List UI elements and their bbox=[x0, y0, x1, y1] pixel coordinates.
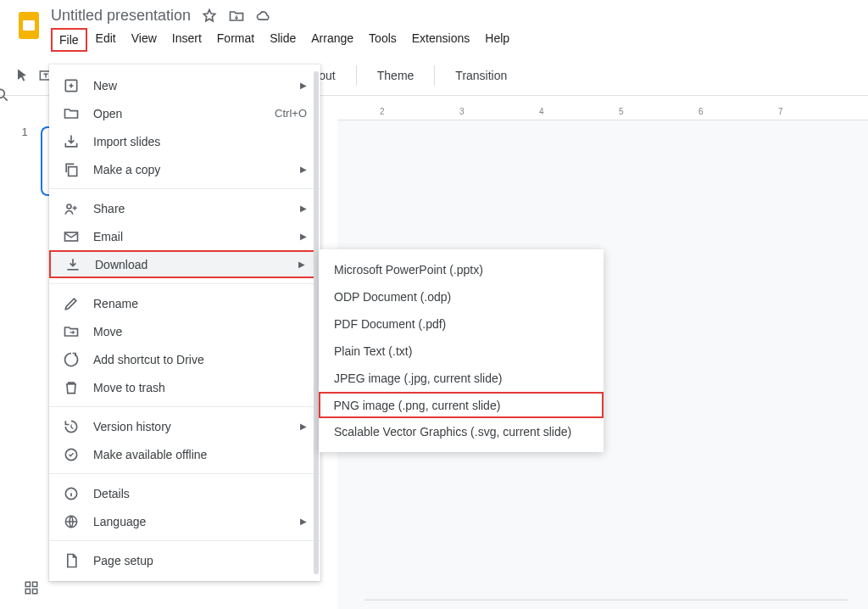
menu-arrange[interactable]: Arrange bbox=[304, 28, 360, 52]
transition-button[interactable]: Transition bbox=[445, 64, 517, 87]
menu-separator bbox=[49, 406, 320, 407]
download-option[interactable]: Plain Text (.txt) bbox=[319, 338, 604, 365]
email-icon bbox=[63, 228, 80, 245]
menu-separator bbox=[49, 283, 320, 284]
share-icon bbox=[63, 200, 80, 217]
file-menu-share[interactable]: Share▶ bbox=[49, 194, 320, 222]
submenu-arrow-icon: ▶ bbox=[298, 260, 305, 269]
slides-logo-icon bbox=[14, 10, 44, 41]
file-menu-email[interactable]: Email▶ bbox=[49, 222, 320, 250]
menu-separator bbox=[49, 188, 320, 189]
download-icon bbox=[64, 256, 81, 273]
import-icon bbox=[63, 133, 80, 150]
ruler-tick: 4 bbox=[539, 107, 544, 116]
submenu-arrow-icon: ▶ bbox=[300, 204, 307, 213]
download-option[interactable]: JPEG image (.jpg, current slide) bbox=[319, 365, 604, 392]
file-menu-move-to-trash[interactable]: Move to trash bbox=[49, 373, 320, 401]
grid-view-icon[interactable] bbox=[24, 580, 39, 595]
file-menu-add-shortcut-to-drive[interactable]: Add shortcut to Drive bbox=[49, 345, 320, 373]
ruler-tick: 5 bbox=[619, 107, 624, 116]
history-icon bbox=[63, 418, 80, 435]
theme-button[interactable]: Theme bbox=[367, 64, 425, 87]
menu-separator bbox=[49, 540, 320, 541]
svg-point-8 bbox=[0, 89, 4, 98]
file-menu-new[interactable]: New▶ bbox=[49, 71, 320, 99]
ruler-tick: 2 bbox=[380, 107, 385, 116]
ruler-tick: 7 bbox=[778, 107, 783, 116]
menu-extensions[interactable]: Extensions bbox=[405, 28, 476, 52]
svg-rect-14 bbox=[69, 166, 77, 176]
svg-rect-10 bbox=[33, 582, 37, 586]
menu-label: Details bbox=[93, 487, 307, 500]
file-menu-details[interactable]: Details bbox=[49, 479, 320, 507]
offline-icon bbox=[63, 446, 80, 463]
file-menu-make-a-copy[interactable]: Make a copy▶ bbox=[49, 155, 320, 183]
file-menu-download[interactable]: Download▶ bbox=[49, 250, 320, 278]
shortcut-icon bbox=[63, 351, 80, 368]
rename-icon bbox=[63, 295, 80, 312]
submenu-arrow-icon: ▶ bbox=[300, 422, 307, 431]
menu-file[interactable]: File bbox=[51, 28, 87, 52]
toolbar-separator bbox=[434, 65, 435, 86]
submenu-arrow-icon: ▶ bbox=[300, 81, 307, 90]
svg-rect-11 bbox=[25, 589, 30, 594]
menu-label: Version history bbox=[93, 420, 293, 433]
info-icon bbox=[63, 485, 80, 502]
file-menu-rename[interactable]: Rename bbox=[49, 289, 320, 317]
menu-label: Rename bbox=[93, 297, 307, 310]
doc-title[interactable]: Untitled presentation bbox=[51, 7, 191, 25]
submenu-arrow-icon: ▶ bbox=[300, 517, 307, 526]
star-icon[interactable] bbox=[201, 8, 218, 25]
menu-label: Page setup bbox=[93, 554, 307, 567]
trash-icon bbox=[63, 379, 80, 396]
svg-rect-9 bbox=[25, 582, 30, 586]
menu-label: Share bbox=[93, 202, 293, 215]
download-option[interactable]: ODP Document (.odp) bbox=[319, 283, 604, 310]
menu-label: Open bbox=[93, 107, 275, 120]
menu-label: Make available offline bbox=[93, 448, 307, 461]
ruler: 234567 bbox=[337, 103, 868, 120]
file-menu-make-available-offline[interactable]: Make available offline bbox=[49, 440, 320, 468]
menu-insert[interactable]: Insert bbox=[165, 28, 209, 52]
toolbar-separator bbox=[356, 65, 357, 86]
cloud-status-icon[interactable] bbox=[255, 8, 272, 25]
download-option[interactable]: Microsoft PowerPoint (.pptx) bbox=[319, 256, 604, 283]
download-option[interactable]: PNG image (.png, current slide) bbox=[319, 392, 604, 418]
menu-shortcut: Ctrl+O bbox=[275, 107, 307, 120]
file-menu-language[interactable]: Language▶ bbox=[49, 507, 320, 535]
menu-help[interactable]: Help bbox=[478, 28, 516, 52]
ruler-tick: 6 bbox=[698, 107, 704, 116]
move-icon bbox=[63, 323, 80, 340]
download-option[interactable]: Scalable Vector Graphics (.svg, current … bbox=[319, 418, 604, 445]
menu-label: Email bbox=[93, 230, 293, 243]
menu-tools[interactable]: Tools bbox=[362, 28, 403, 52]
menu-label: Import slides bbox=[93, 135, 307, 148]
header: Untitled presentation FileEditViewInsert… bbox=[0, 0, 868, 52]
menu-view[interactable]: View bbox=[125, 28, 164, 52]
menu-label: Add shortcut to Drive bbox=[93, 353, 307, 366]
globe-icon bbox=[63, 513, 80, 530]
menu-slide[interactable]: Slide bbox=[263, 28, 303, 52]
move-folder-icon[interactable] bbox=[228, 8, 245, 25]
svg-rect-12 bbox=[33, 589, 37, 594]
file-menu-import-slides[interactable]: Import slides bbox=[49, 127, 320, 155]
ruler-tick: 3 bbox=[459, 107, 465, 116]
submenu-arrow-icon: ▶ bbox=[300, 232, 307, 241]
file-menu-page-setup[interactable]: Page setup bbox=[49, 546, 320, 574]
svg-point-15 bbox=[67, 204, 71, 209]
menu-separator bbox=[49, 473, 320, 474]
download-option[interactable]: PDF Document (.pdf) bbox=[319, 310, 604, 338]
menu-label: Make a copy bbox=[93, 163, 293, 176]
file-menu-open[interactable]: OpenCtrl+O bbox=[49, 99, 320, 127]
file-menu-version-history[interactable]: Version history▶ bbox=[49, 412, 320, 440]
slide-number: 1 bbox=[21, 126, 27, 138]
file-menu-move[interactable]: Move bbox=[49, 317, 320, 345]
menu-edit[interactable]: Edit bbox=[89, 28, 123, 52]
menu-label: Move to trash bbox=[93, 381, 307, 394]
download-submenu: Microsoft PowerPoint (.pptx)ODP Document… bbox=[319, 249, 604, 452]
search-icon[interactable] bbox=[0, 78, 19, 112]
menu-label: Language bbox=[93, 515, 293, 528]
menu-format[interactable]: Format bbox=[210, 28, 261, 52]
menu-label: Move bbox=[93, 325, 307, 338]
copy-icon bbox=[63, 161, 80, 178]
